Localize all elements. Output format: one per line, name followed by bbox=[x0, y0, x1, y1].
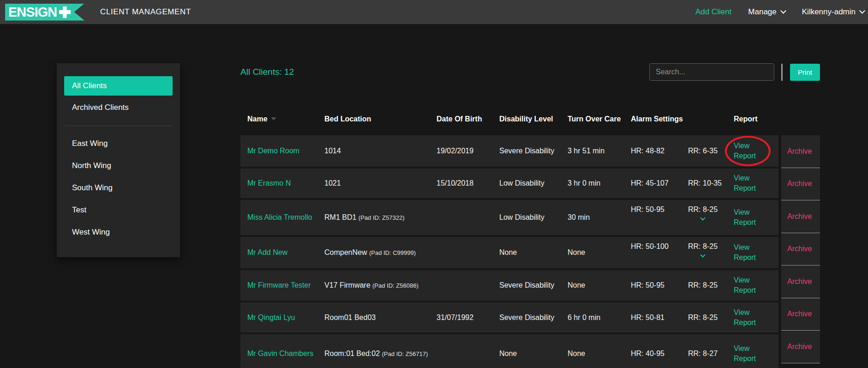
client-name-link[interactable]: Mr Demo Room bbox=[247, 146, 299, 156]
disability-value: Low Disability bbox=[499, 178, 545, 188]
add-client-link[interactable]: Add Client bbox=[695, 7, 731, 17]
expand-alarm-chevron-icon[interactable] bbox=[700, 215, 705, 220]
bed-location: V17 Firmware bbox=[324, 281, 371, 289]
archive-cell: Archive bbox=[781, 265, 820, 298]
hr-range-value: HR: 48-82 bbox=[631, 146, 688, 156]
dob-cell bbox=[437, 237, 499, 268]
name-cell: Mr Firmware Tester bbox=[247, 270, 324, 301]
name-cell: Mr Erasmo N bbox=[247, 169, 324, 198]
search-group: Print bbox=[649, 63, 820, 81]
client-name-link[interactable]: Mr Erasmo N bbox=[247, 178, 291, 188]
rr-range-value: RR: 8-25 bbox=[688, 241, 718, 252]
disability-value: Severe Disability bbox=[499, 280, 554, 290]
pad-id: (Pad ID: Z57322) bbox=[359, 214, 405, 221]
header-report: Report bbox=[734, 114, 778, 124]
client-count-label: All Clients: 12 bbox=[240, 67, 294, 77]
client-name-link[interactable]: Mr Gavin Chambers bbox=[247, 349, 313, 359]
view-report-link[interactable]: View Report bbox=[734, 275, 772, 295]
chevron-down-icon bbox=[859, 8, 865, 14]
logo-text: ENSIGN bbox=[8, 6, 57, 19]
sidebar-item-east-wing[interactable]: East Wing bbox=[64, 133, 173, 155]
view-report-link[interactable]: View Report bbox=[734, 141, 772, 161]
dob-cell bbox=[437, 270, 499, 301]
sidebar-item-north-wing[interactable]: North Wing bbox=[64, 155, 173, 177]
archive-link[interactable]: Archive bbox=[787, 180, 812, 188]
disability-cell: Severe Disability bbox=[499, 302, 568, 332]
hr-range-value: HR: 50-81 bbox=[631, 313, 688, 323]
search-input[interactable] bbox=[649, 63, 774, 81]
view-report-link[interactable]: View Report bbox=[734, 207, 772, 227]
archive-link[interactable]: Archive bbox=[787, 245, 812, 253]
turn-over-value: None bbox=[568, 247, 585, 258]
pad-id: (Pad ID: Z56717) bbox=[382, 350, 428, 357]
ensign-logo[interactable]: ENSIGN bbox=[5, 4, 84, 21]
archive-cell: Archive bbox=[781, 200, 820, 233]
hr-range-value: HR: 50-100 bbox=[631, 241, 688, 257]
disability-value: None bbox=[499, 247, 517, 258]
archive-cell: Archive bbox=[781, 233, 820, 266]
turn-over-cell: None bbox=[568, 334, 631, 368]
dob-value: 19/02/2019 bbox=[437, 146, 473, 156]
turn-over-value: 30 min bbox=[568, 212, 590, 223]
client-management-page: ENSIGN CLIENT MANAGEMENT Add Client Mana… bbox=[0, 0, 868, 368]
sort-descending-icon bbox=[271, 117, 276, 121]
client-name-link[interactable]: Mr Add New bbox=[247, 247, 287, 258]
view-report-link[interactable]: View Report bbox=[734, 344, 772, 363]
bed-location-cell: V17 Firmware (Pad ID: Z56086) bbox=[324, 270, 437, 301]
alarm-settings-cell: HR: 50-81 RR: 8-25 bbox=[631, 302, 734, 332]
report-cell: View Report bbox=[734, 169, 778, 198]
archive-link[interactable]: Archive bbox=[787, 212, 812, 221]
sidebar-item-south-wing[interactable]: South Wing bbox=[64, 177, 173, 199]
client-name-link[interactable]: Mr Qingtai Lyu bbox=[247, 313, 295, 323]
table-body: Mr Demo Room 1014 19/02/2019 Severe Disa… bbox=[240, 135, 778, 368]
pad-id: (Pad ID: Z56086) bbox=[372, 282, 419, 289]
sidebar-item-west-wing[interactable]: West Wing bbox=[64, 221, 173, 243]
disability-cell: None bbox=[499, 334, 568, 368]
header-bed-location: Bed Location bbox=[324, 114, 437, 124]
rr-range-value: RR: 8-25 bbox=[688, 280, 718, 290]
turn-over-cell: 3 hr 51 min bbox=[568, 135, 631, 167]
header-name[interactable]: Name bbox=[247, 114, 324, 124]
alarm-settings-cell: HR: 48-82 RR: 6-35 bbox=[631, 135, 734, 167]
name-cell: Mr Demo Room bbox=[247, 135, 324, 167]
table-row: Miss Alicia Tremollo RM1 BD1 (Pad ID: Z5… bbox=[240, 200, 778, 235]
navbar-links: Add Client Manage Kilkenny-admin bbox=[695, 7, 864, 17]
bed-location: 1021 bbox=[324, 179, 341, 187]
hr-range-value: HR: 50-95 bbox=[631, 280, 688, 290]
user-menu[interactable]: Kilkenny-admin bbox=[802, 7, 864, 17]
alarm-settings-cell: HR: 50-95 RR: 8-25 bbox=[631, 270, 734, 301]
archive-link[interactable]: Archive bbox=[787, 147, 812, 156]
manage-menu[interactable]: Manage bbox=[748, 7, 785, 17]
name-cell: Mr Gavin Chambers bbox=[247, 334, 324, 368]
bed-location: Room01 Bed03 bbox=[324, 314, 376, 321]
bed-location-cell: Room:01 Bed:02 (Pad ID: Z56717) bbox=[324, 334, 437, 368]
disability-cell: Low Disability bbox=[499, 169, 568, 198]
name-cell: Mr Qingtai Lyu bbox=[247, 302, 324, 332]
dob-cell: 15/10/2018 bbox=[437, 169, 499, 198]
name-cell: Miss Alicia Tremollo bbox=[247, 200, 324, 235]
turn-over-cell: 3 hr 0 min bbox=[568, 169, 631, 198]
view-report-link[interactable]: View Report bbox=[734, 308, 772, 327]
archive-link[interactable]: Archive bbox=[787, 278, 812, 286]
expand-alarm-chevron-icon[interactable] bbox=[700, 252, 705, 257]
view-report-link[interactable]: View Report bbox=[734, 173, 772, 193]
archive-cell: Archive bbox=[781, 168, 820, 201]
alarm-settings-cell: HR: 40-95 RR: 8-27 bbox=[631, 334, 734, 368]
sidebar-item-archived-clients[interactable]: Archived Clients bbox=[64, 97, 173, 118]
sidebar-item-test[interactable]: Test bbox=[64, 199, 173, 221]
print-button[interactable]: Print bbox=[790, 64, 820, 81]
bed-location-cell: RM1 BD1 (Pad ID: Z57322) bbox=[324, 200, 437, 235]
sidebar-item-all-clients[interactable]: All Clients bbox=[64, 76, 173, 96]
pad-id: (Pad ID: C99999) bbox=[369, 249, 416, 256]
archive-link[interactable]: Archive bbox=[787, 310, 812, 318]
bed-location: RM1 BD1 bbox=[324, 213, 356, 221]
report-cell: View Report bbox=[734, 270, 778, 301]
dob-cell: 31/07/1992 bbox=[437, 302, 499, 332]
archive-column: ArchiveArchiveArchiveArchiveArchiveArchi… bbox=[781, 135, 820, 363]
rr-range-value: RR: 10-35 bbox=[688, 178, 722, 188]
table-header-row: Name Bed Location Date Of Birth Disabili… bbox=[240, 103, 778, 135]
client-name-link[interactable]: Mr Firmware Tester bbox=[247, 280, 311, 290]
client-name-link[interactable]: Miss Alicia Tremollo bbox=[247, 212, 312, 223]
archive-link[interactable]: Archive bbox=[787, 343, 812, 351]
view-report-link[interactable]: View Report bbox=[734, 242, 772, 262]
